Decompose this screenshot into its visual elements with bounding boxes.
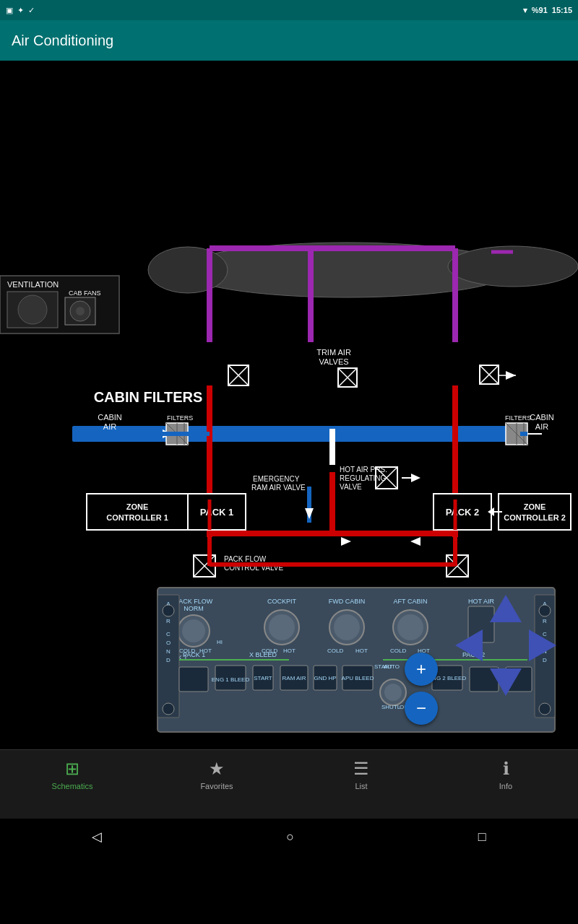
svg-text:VALVE: VALVE xyxy=(340,483,362,491)
svg-point-107 xyxy=(269,614,295,640)
check-icon: ✓ xyxy=(28,6,35,15)
svg-text:CABIN: CABIN xyxy=(530,413,554,422)
app-bar: Air Conditioning xyxy=(0,20,578,61)
svg-text:C: C xyxy=(166,631,171,637)
status-bar: ▣ ✦ ✓ ▾ %91 15:15 xyxy=(0,0,578,20)
svg-point-159 xyxy=(384,684,402,701)
svg-text:HOT AIR PRS.: HOT AIR PRS. xyxy=(340,466,387,474)
svg-text:X BLEED: X BLEED xyxy=(249,651,277,658)
svg-text:RAM AIR VALVE: RAM AIR VALVE xyxy=(251,484,306,492)
svg-text:VALVES: VALVES xyxy=(319,357,348,366)
svg-point-131 xyxy=(163,703,174,715)
svg-rect-69 xyxy=(499,494,571,530)
nav-item-list[interactable]: ☰ List xyxy=(332,756,390,793)
android-home-button[interactable]: ○ xyxy=(286,829,294,845)
svg-point-130 xyxy=(163,605,174,616)
svg-text:PACK FLOW: PACK FLOW xyxy=(224,555,267,563)
zoom-controls: + − xyxy=(405,653,438,725)
zoom-in-button[interactable]: + xyxy=(405,653,438,686)
list-label: List xyxy=(355,782,367,790)
svg-point-99 xyxy=(182,619,205,642)
android-icon: ▣ xyxy=(6,6,13,15)
direction-controls xyxy=(455,595,556,696)
svg-text:SHUTL: SHUTL xyxy=(381,704,401,710)
svg-text:START: START xyxy=(254,675,272,681)
svg-text:D: D xyxy=(166,657,171,663)
svg-text:FILTERS: FILTERS xyxy=(505,414,531,422)
svg-text:ZONE: ZONE xyxy=(126,502,149,511)
svg-rect-165 xyxy=(179,667,208,692)
svg-text:CABIN FILTERS: CABIN FILTERS xyxy=(94,389,203,405)
svg-text:APU BLEED: APU BLEED xyxy=(342,675,374,681)
svg-text:TRIM AIR: TRIM AIR xyxy=(316,348,351,357)
info-label: Info xyxy=(499,782,512,790)
svg-text:HI: HI xyxy=(217,639,223,645)
svg-text:PACK 2: PACK 2 xyxy=(446,507,480,518)
svg-text:REGULATING: REGULATING xyxy=(340,474,386,482)
schematics-icon: ⊞ xyxy=(65,759,79,779)
app-title: Air Conditioning xyxy=(12,32,113,49)
svg-text:PACK FLOW: PACK FLOW xyxy=(175,598,213,605)
svg-point-117 xyxy=(397,614,423,640)
bottom-navigation: ⊞ Schematics ★ Favorites ☰ List ℹ Info xyxy=(0,749,578,819)
svg-text:R: R xyxy=(166,618,171,624)
svg-text:AFT CABIN: AFT CABIN xyxy=(394,598,428,605)
svg-text:CABIN: CABIN xyxy=(98,413,122,422)
android-recent-button[interactable]: □ xyxy=(478,829,486,845)
svg-text:N: N xyxy=(166,648,171,655)
svg-text:HOT: HOT xyxy=(355,648,368,654)
schematics-label: Schematics xyxy=(52,782,93,790)
main-content: TRIM AIR VALVES CABIN FILTERS CABIN AIR xyxy=(0,61,578,855)
svg-text:AIR: AIR xyxy=(103,422,116,431)
svg-text:CONTROLLER 1: CONTROLLER 1 xyxy=(106,513,168,522)
android-back-button[interactable]: ◁ xyxy=(92,829,102,845)
nav-item-info[interactable]: ℹ Info xyxy=(477,756,535,793)
svg-text:COCKPIT: COCKPIT xyxy=(267,598,297,605)
info-icon: ℹ xyxy=(503,759,509,779)
svg-text:FWD CABIN: FWD CABIN xyxy=(329,598,366,605)
android-navigation: ◁ ○ □ xyxy=(0,819,578,855)
svg-text:PACK 1: PACK 1 xyxy=(200,507,234,518)
svg-text:ENG 1 BLEED: ENG 1 BLEED xyxy=(212,676,250,683)
time-display: 15:15 xyxy=(552,6,572,14)
svg-text:GND HP: GND HP xyxy=(314,675,336,681)
svg-text:NORM: NORM xyxy=(184,605,204,612)
svg-text:COLD: COLD xyxy=(327,648,343,654)
nav-item-favorites[interactable]: ★ Favorites xyxy=(188,756,246,793)
svg-point-112 xyxy=(334,614,360,640)
svg-text:START: START xyxy=(374,663,393,670)
zoom-in-icon: + xyxy=(416,659,426,679)
status-left-icons: ▣ ✦ ✓ xyxy=(6,6,35,15)
svg-rect-60 xyxy=(87,494,188,530)
svg-text:ZONE: ZONE xyxy=(524,502,546,511)
svg-text:RAM AIR: RAM AIR xyxy=(282,675,306,681)
arrow-down-button[interactable] xyxy=(490,668,522,696)
wifi-icon: ▾ xyxy=(523,6,527,15)
svg-text:HOT: HOT xyxy=(283,648,296,654)
arrow-left-button[interactable] xyxy=(455,629,483,661)
zoom-out-button[interactable]: − xyxy=(405,692,438,725)
svg-point-89 xyxy=(76,307,85,315)
favorites-icon: ★ xyxy=(209,759,225,779)
svg-text:VENTILATION: VENTILATION xyxy=(7,280,59,289)
svg-point-2 xyxy=(148,247,228,293)
notification-icon: ✦ xyxy=(17,6,24,15)
svg-text:FILTERS: FILTERS xyxy=(167,414,193,422)
svg-text:CONTROLLER 2: CONTROLLER 2 xyxy=(504,513,566,522)
zoom-out-icon: − xyxy=(416,698,426,718)
nav-item-schematics[interactable]: ⊞ Schematics xyxy=(43,756,101,793)
arrow-up-button[interactable] xyxy=(490,595,522,622)
battery-percent: %91 xyxy=(532,6,548,14)
favorites-label: Favorites xyxy=(200,782,233,790)
svg-text:EMERGENCY: EMERGENCY xyxy=(253,475,300,483)
arrow-right-button[interactable] xyxy=(529,629,556,661)
svg-point-141 xyxy=(539,703,551,715)
svg-text:AIR: AIR xyxy=(535,422,548,431)
svg-text:PACK 1: PACK 1 xyxy=(183,651,205,658)
svg-text:CAB FANS: CAB FANS xyxy=(69,289,101,297)
list-icon: ☰ xyxy=(353,759,369,779)
status-right-icons: ▾ %91 15:15 xyxy=(523,6,572,15)
svg-text:O: O xyxy=(166,640,171,646)
svg-point-91 xyxy=(18,295,47,324)
